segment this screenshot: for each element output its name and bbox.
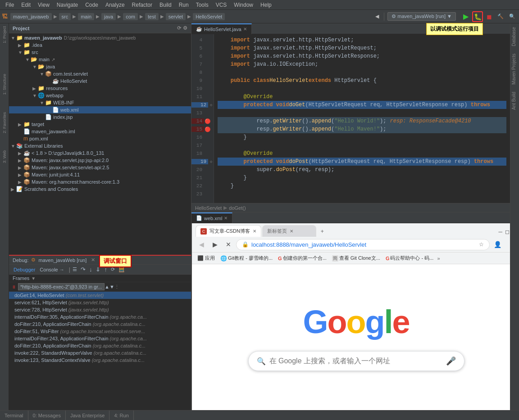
tree-webapp[interactable]: ▼ 🌐 webapp: [9, 92, 191, 99]
menu-help[interactable]: Help: [257, 1, 275, 9]
tree-helloservlet[interactable]: ▶ ☕ HelloServlet: [9, 77, 191, 85]
toolbar-path-main[interactable]: main: [78, 13, 94, 20]
toolbar-path-helloservlet[interactable]: HelloServlet: [193, 13, 225, 20]
tab-close-webxml[interactable]: ✕: [224, 216, 228, 221]
tree-target[interactable]: ▶ 📁 target: [9, 121, 191, 128]
tree-iml[interactable]: ▶ 📄 maven_javaweb.iml: [9, 128, 191, 135]
bottom-tab-run[interactable]: 4: Run: [109, 411, 133, 420]
url-bookmark-icon[interactable]: ☆: [479, 241, 484, 248]
csdn-tab-close[interactable]: ✕: [253, 229, 256, 234]
run-button[interactable]: ▶: [461, 11, 470, 22]
menu-dots-btn[interactable]: ⋮: [505, 239, 510, 250]
google-search-input[interactable]: [269, 357, 442, 365]
tree-java[interactable]: ▼ 📂 java: [9, 63, 191, 70]
bottom-tab-terminal[interactable]: Terminal: [0, 411, 28, 420]
tree-root[interactable]: ▼ 📁 maven_javaweb D:\zgp\workspaces\mave…: [9, 34, 191, 41]
tree-lib-servlet[interactable]: ▶ 📦 Maven: javax.servlet:servlet-api:2.5: [9, 164, 191, 171]
bookmark-git[interactable]: 🌐 Git教程 - 廖雪峰的...: [219, 254, 274, 262]
menu-refactor[interactable]: Refactor: [128, 1, 156, 9]
menu-tools[interactable]: Tools: [192, 1, 212, 9]
frame-item-0[interactable]: doGet:14, HelloServlet (com.test.servlet…: [9, 292, 191, 299]
right-panel-maven[interactable]: Maven Projects: [510, 50, 519, 88]
toolbar-path-servlet[interactable]: servlet: [166, 13, 186, 20]
tree-ext-libs[interactable]: ▼ 📚 External Libraries: [9, 142, 191, 149]
debugger-tab[interactable]: Debugger: [12, 266, 37, 273]
bottom-tab-messages[interactable]: 0: Messages: [28, 411, 66, 420]
url-bar[interactable]: 🔒 localhost:8888/maven_javaweb/HelloServ…: [236, 239, 490, 250]
tree-main[interactable]: ▼ 📂 main ↗: [9, 56, 191, 63]
tree-src[interactable]: ▼ 📁 src: [9, 49, 191, 56]
bookmarks-more[interactable]: »: [437, 256, 440, 261]
menu-view[interactable]: View: [34, 1, 53, 9]
menu-edit[interactable]: Edit: [18, 1, 34, 9]
menu-vcs[interactable]: VCS: [212, 1, 231, 9]
thread-nav-extra[interactable]: ⋮: [114, 284, 119, 290]
thread-nav-down[interactable]: ▼: [109, 284, 114, 289]
sidebar-web-icon[interactable]: 3: Web: [1, 149, 8, 164]
tree-resources[interactable]: ▶ 📁 resources: [9, 85, 191, 92]
tree-webxml[interactable]: ▶ 📄 web.xml: [9, 106, 191, 113]
thread-dropdown[interactable]: *http-bio-8888-exec-2"@3,923 in gr...: [18, 283, 105, 290]
frame-item-9[interactable]: invoke:123, StandardContextValve (org.ap…: [9, 357, 191, 364]
frame-item-5[interactable]: doFilter:51, WsFilter (org.apache.tomcat…: [9, 328, 191, 335]
menu-build[interactable]: Build: [156, 1, 175, 9]
toolbar-path-test[interactable]: test: [145, 13, 159, 20]
tab-webxml[interactable]: 📄 web.xml ✕: [191, 212, 232, 223]
newtab-close[interactable]: ✕: [290, 229, 293, 234]
bookmark-gitee[interactable]: G 码云帮助中心 - 码...: [384, 254, 436, 262]
tree-lib-junit[interactable]: ▶ 📦 Maven: junit:junit:4.11: [9, 171, 191, 178]
tab-helloservlet[interactable]: ☕ HelloServlet.java ✕: [191, 23, 252, 34]
search-button[interactable]: 🔍: [507, 13, 517, 20]
frame-item-2[interactable]: service:728, HttpServlet (javax.servlet.…: [9, 306, 191, 313]
tree-webinf[interactable]: ▼ 📁 WEB-INF: [9, 99, 191, 106]
bookmark-apps[interactable]: ⬛ 应用: [196, 254, 217, 262]
back-button[interactable]: ◀: [373, 13, 381, 20]
step-over-btn[interactable]: ↷: [79, 266, 87, 273]
frame-item-7[interactable]: doFilter:210, ApplicationFilterChain (or…: [9, 342, 191, 349]
window-restore[interactable]: ◻: [505, 229, 510, 235]
build-button[interactable]: 🔨: [496, 13, 505, 20]
google-search-bar[interactable]: 🔍 🎤: [248, 351, 464, 371]
toolbar-path-src[interactable]: src: [59, 13, 71, 20]
tab-close-helloservlet[interactable]: ✕: [243, 27, 247, 32]
bookmark-create[interactable]: G 创建你的第一个合...: [276, 254, 328, 262]
tree-lib-jsp[interactable]: ▶ 📦 Maven: javax.servlet.jsp:jsp-api:2.0: [9, 157, 191, 164]
extensions-btn[interactable]: 👤: [492, 239, 503, 250]
console-tab[interactable]: Console →: [38, 266, 66, 273]
tree-indexjsp[interactable]: ▶ 📄 index.jsp: [9, 113, 191, 121]
menu-run[interactable]: Run: [175, 1, 192, 9]
tree-scratches[interactable]: ▶ 📝 Scratches and Consoles: [9, 185, 191, 193]
sync-icon[interactable]: ⟳: [177, 25, 181, 31]
sidebar-favorites-icon[interactable]: 2: Favorites: [1, 111, 8, 134]
browser-new-tab-button[interactable]: +: [317, 226, 328, 237]
frame-item-6[interactable]: internalDoFilter:243, ApplicationFilterC…: [9, 335, 191, 342]
bottom-tab-enterprise[interactable]: Java Enterprise: [66, 411, 109, 420]
code-content[interactable]: import javax.servlet.http.HttpServlet; i…: [214, 34, 510, 203]
google-mic-icon[interactable]: 🎤: [446, 356, 456, 366]
stop-button[interactable]: ◼: [485, 12, 494, 21]
browser-tab-csdn[interactable]: C 写文章-CSDN博客 ✕: [196, 225, 261, 237]
frame-item-1[interactable]: service:621, HttpServlet (javax.servlet.…: [9, 299, 191, 306]
tree-lib-jdk[interactable]: ▶ ☕ < 1.8 > D:\zgp\Java\jdk1.8.0_131: [9, 149, 191, 157]
sidebar-project-icon[interactable]: 1: Project: [1, 25, 8, 44]
thread-nav-up[interactable]: ▲: [105, 284, 109, 289]
menu-analyze[interactable]: Analyze: [102, 1, 128, 9]
toolbar-path-root[interactable]: maven_javaweb: [10, 13, 52, 20]
sidebar-structure-icon[interactable]: 1: Structure: [1, 73, 8, 96]
frame-item-8[interactable]: invoke:222, StandardWrapperValve (org.ap…: [9, 349, 191, 357]
step-into-btn[interactable]: ↓: [88, 266, 94, 273]
menu-code[interactable]: Code: [82, 1, 102, 9]
reload-nav-btn[interactable]: ✕: [223, 239, 234, 250]
bookmark-clone[interactable]: 简 查看 Git Clone文...: [330, 254, 382, 262]
frame-item-3[interactable]: internalDoFilter:305, ApplicationFilterC…: [9, 313, 191, 321]
debug-run-button[interactable]: 🐛: [472, 11, 483, 22]
back-nav-btn[interactable]: ◀: [196, 239, 207, 250]
tree-package[interactable]: ▼ 📦 com.test.servlet: [9, 70, 191, 77]
toolbar-path-com[interactable]: com: [123, 13, 138, 20]
forward-nav-btn[interactable]: ▶: [209, 239, 221, 250]
window-minimize[interactable]: ─: [498, 229, 502, 235]
tree-pomxml[interactable]: ▶ m pom.xml: [9, 135, 191, 142]
right-panel-ant[interactable]: Ant Build: [510, 88, 519, 113]
menu-window[interactable]: Window: [230, 1, 257, 9]
browser-tab-newtab[interactable]: 新标签页 ✕: [262, 225, 316, 237]
